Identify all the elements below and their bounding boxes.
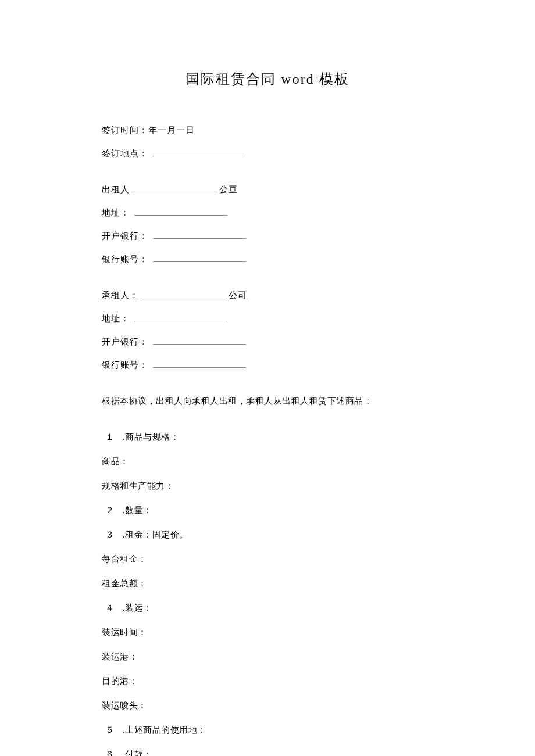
intro-paragraph: 根据本协议，出租人向承租人出租，承租人从出租人租赁下述商品： [102,394,433,408]
item-3-text: .租金：固定价。 [120,530,188,539]
item-2: ２ .数量： [102,503,433,517]
item-4-num: ４ [105,603,115,612]
lessor-account-line: 银行账号： [102,252,433,266]
spec-line: 规格和生产能力： [102,479,433,493]
lessee-address-line: 地址： [102,311,433,325]
document-title: 国际租赁合同 word 模板 [102,70,433,88]
item-3-num: ３ [105,530,115,539]
goods-line: 商品： [102,454,433,468]
lessor-bank-label: 开户银行： [102,231,148,241]
dest-port-line: 目的港： [102,674,433,688]
item-6-text: . 付款： [120,750,152,756]
lessor-address-line: 地址： [102,206,433,220]
lessee-account-blank [153,360,246,368]
per-unit-line: 每台租金： [102,552,433,566]
lessee-label: 承租人： [102,291,139,300]
signing-time-line: 签订时间：年一月一日 [102,123,433,137]
lessor-company-suffix: 公亘 [219,185,238,194]
item-5-num: ５ [105,725,115,734]
lessee-bank-label: 开户银行： [102,337,148,346]
lessor-bank-blank [153,231,246,239]
signing-place-label: 签订地点： [102,149,148,158]
lessee-account-line: 银行账号： [102,358,433,372]
total-line: 租金总额： [102,576,433,590]
ship-wharf-line: 装运唆头： [102,698,433,712]
lessor-account-blank [153,254,246,262]
lessor-line: 出租人公亘 [102,182,433,196]
lessor-bank-line: 开户银行： [102,229,433,243]
ship-time-line: 装运时间： [102,625,433,639]
signing-time-label: 签订时间：年一月一日 [102,126,195,135]
item-4: ４ .装运： [102,601,433,615]
lessor-address-label: 地址： [102,208,130,217]
lessee-blank [140,290,227,298]
signing-place-blank [153,148,246,156]
item-2-num: ２ [105,506,115,515]
item-6-num: ６ [105,750,115,756]
item-3: ３ .租金：固定价。 [102,528,433,542]
item-1-num: １ [105,432,115,442]
item-5-text: .上述商品的使用地： [120,725,206,734]
item-1: １ .商品与规格： [102,430,433,444]
lessor-label: 出租人 [102,185,130,194]
lessor-account-label: 银行账号： [102,255,148,264]
lessee-line: 承租人：公司 [102,288,433,302]
document-page: 国际租赁合同 word 模板 签订时间：年一月一日 签订地点： 出租人公亘 地址… [0,0,535,756]
lessee-address-label: 地址： [102,314,130,323]
lessor-blank [131,184,218,192]
lessee-bank-blank [153,336,246,345]
lessee-account-label: 银行账号： [102,360,148,370]
lessee-company-suffix: 公司 [229,291,247,300]
lessee-address-blank [134,313,227,321]
lessee-bank-line: 开户银行： [102,335,433,349]
item-6: ６. 付款： [102,747,433,756]
item-1-text: .商品与规格： [120,432,180,442]
item-5: ５ .上述商品的使用地： [102,723,433,737]
item-4-text: .装运： [120,603,152,612]
lessor-address-blank [134,207,227,216]
signing-place-line: 签订地点： [102,146,433,160]
ship-port-line: 装运港： [102,650,433,664]
item-2-text: .数量： [120,506,152,515]
